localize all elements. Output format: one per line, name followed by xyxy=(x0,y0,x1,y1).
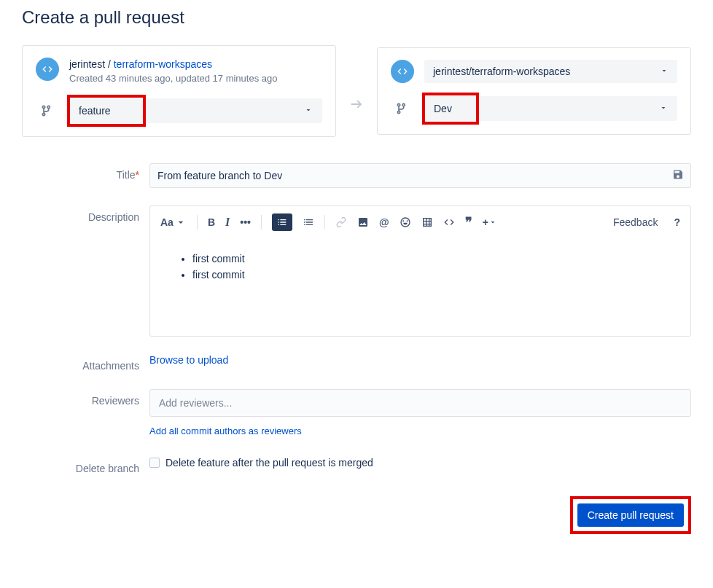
delete-branch-label: Delete branch xyxy=(22,457,149,474)
table-button[interactable] xyxy=(421,216,433,228)
branch-icon xyxy=(36,103,59,118)
save-icon xyxy=(672,168,684,182)
help-button[interactable]: ? xyxy=(674,216,680,228)
image-button[interactable] xyxy=(357,216,369,228)
reviewers-input[interactable]: Add reviewers... xyxy=(149,389,691,417)
code-icon xyxy=(391,60,414,83)
destination-branch-select[interactable]: Dev xyxy=(424,96,677,121)
list-item: first commit xyxy=(192,253,669,264)
bold-button[interactable]: B xyxy=(208,216,215,228)
reviewers-label: Reviewers xyxy=(22,389,149,407)
source-repo-info: jerintest / terraform-workspaces Created… xyxy=(69,58,277,85)
source-branch-select[interactable]: feature xyxy=(69,98,322,123)
description-body[interactable]: first commit first commit xyxy=(150,238,690,336)
link-button[interactable] xyxy=(335,216,347,228)
destination-repo-value: jerintest/terraform-workspaces xyxy=(433,66,570,77)
destination-card: jerintest/terraform-workspaces Dev xyxy=(377,47,691,135)
list-item: first commit xyxy=(192,269,669,281)
italic-button[interactable]: I xyxy=(225,216,230,229)
source-card: jerintest / terraform-workspaces Created… xyxy=(22,45,336,137)
code-button[interactable] xyxy=(443,216,455,228)
destination-branch-value: Dev xyxy=(434,103,452,114)
source-branch-value: feature xyxy=(79,105,111,117)
code-icon xyxy=(36,58,59,81)
quote-button[interactable]: ❞ xyxy=(465,214,472,230)
source-timestamps: Created 43 minutes ago, updated 17 minut… xyxy=(69,72,277,85)
branch-selection-row: jerintest / terraform-workspaces Created… xyxy=(22,45,691,137)
delete-branch-text: Delete feature after the pull request is… xyxy=(165,457,373,469)
emoji-button[interactable] xyxy=(400,216,411,228)
description-editor: Aa B I ••• @ ❞ + xyxy=(149,205,691,337)
attachments-label: Attachments xyxy=(22,354,149,372)
feedback-button[interactable]: Feedback xyxy=(613,216,658,228)
title-label: Title* xyxy=(22,163,149,181)
title-input[interactable] xyxy=(149,163,691,188)
source-repo-link[interactable]: terraform-workspaces xyxy=(114,58,212,70)
more-format-button[interactable]: ••• xyxy=(240,216,251,228)
browse-upload-link[interactable]: Browse to upload xyxy=(149,354,228,366)
add-commit-authors-link[interactable]: Add all commit authors as reviewers xyxy=(149,426,302,436)
branch-icon xyxy=(391,101,414,116)
create-pull-request-button[interactable]: Create pull request xyxy=(577,503,684,527)
page-title: Create a pull request xyxy=(22,7,691,28)
chevron-down-icon xyxy=(659,103,668,114)
numbered-list-button[interactable] xyxy=(303,216,314,228)
chevron-down-icon xyxy=(304,105,313,117)
destination-repo-select[interactable]: jerintest/terraform-workspaces xyxy=(424,60,677,83)
arrow-right-icon xyxy=(348,96,365,114)
bullet-list-button[interactable] xyxy=(272,213,292,231)
text-style-button[interactable]: Aa xyxy=(160,216,187,228)
mention-button[interactable]: @ xyxy=(379,216,389,228)
chevron-down-icon xyxy=(660,66,669,77)
description-label: Description xyxy=(22,205,149,223)
add-button[interactable]: + xyxy=(483,216,497,228)
delete-branch-checkbox[interactable] xyxy=(149,458,160,468)
source-owner: jerintest xyxy=(69,58,105,70)
